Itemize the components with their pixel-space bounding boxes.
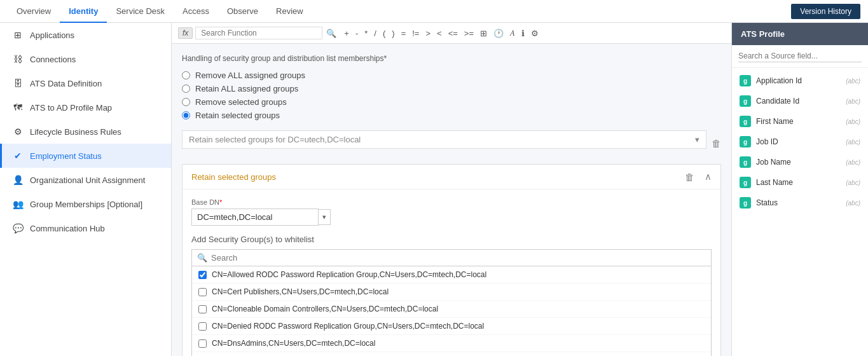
right-panel-search <box>732 45 868 68</box>
op-multiply[interactable]: * <box>363 29 369 38</box>
sidebar-item-lifecycle-business-rules[interactable]: ⚙ Lifecycle Business Rules <box>0 120 171 144</box>
op-clock[interactable]: 🕐 <box>492 29 505 38</box>
op-lte[interactable]: <= <box>447 29 459 38</box>
groups-search-input[interactable] <box>211 253 706 263</box>
group-checkbox-3[interactable] <box>198 322 207 331</box>
op-less[interactable]: < <box>436 29 443 38</box>
version-history-button[interactable]: Version History <box>791 4 860 19</box>
nav-review[interactable]: Review <box>267 0 312 23</box>
radio-group-handling: Remove ALL assigned groups Retain ALL as… <box>182 71 721 120</box>
radio-remove-selected-input[interactable] <box>182 98 190 106</box>
list-item[interactable]: CN=DnsUpdateProxy,CN=Users,DC=mtech,DC=l… <box>192 352 711 356</box>
chat-icon: 💬 <box>12 222 24 234</box>
add-groups-label: Add Security Group(s) to whitelist <box>191 235 712 244</box>
list-item[interactable]: g Status (abc) <box>732 193 868 213</box>
list-item[interactable]: CN=DnsAdmins,CN=Users,DC=mtech,DC=local <box>192 335 711 352</box>
search-formula-icon[interactable]: 🔍 <box>325 29 338 38</box>
op-not-equals[interactable]: != <box>411 29 420 38</box>
sidebar-item-group-memberships[interactable]: 👥 Group Memberships [Optional] <box>0 192 171 216</box>
list-item[interactable]: CN=Cloneable Domain Controllers,CN=Users… <box>192 301 711 318</box>
field-name: Job Name <box>756 158 841 167</box>
op-divide[interactable]: / <box>373 29 378 38</box>
radio-remove-selected[interactable]: Remove selected groups <box>182 97 721 107</box>
chevron-down-icon: ▾ <box>695 135 699 144</box>
select-arrow-icon: ▾ <box>319 209 331 225</box>
retain-dropdown[interactable]: Retain selected groups for DC=utech,DC=l… <box>182 130 706 149</box>
list-item[interactable]: g First Name (abc) <box>732 111 868 132</box>
base-dn-select[interactable]: DC=mtech,DC=local <box>191 209 319 226</box>
field-type: (abc) <box>846 139 860 146</box>
sidebar-item-ats-ad-profile-map[interactable]: 🗺 ATS to AD Profile Map <box>0 95 171 120</box>
collapse-retain-panel-button[interactable]: ∧ <box>705 171 712 182</box>
link-icon: ⛓ <box>12 53 24 65</box>
database-icon: 🗄 <box>12 78 24 89</box>
top-nav: Overview Identity Service Desk Access Ob… <box>0 0 868 23</box>
field-badge: g <box>740 177 751 188</box>
base-dn-row: DC=mtech,DC=local ▾ <box>191 209 712 226</box>
list-item[interactable]: g Job Name (abc) <box>732 152 868 172</box>
field-badge: g <box>740 116 751 127</box>
op-plus[interactable]: + <box>343 29 350 38</box>
op-grid[interactable]: ⊞ <box>479 29 488 38</box>
main-content-area: fx 🔍 + - * / ( ) = != > < <= >= ⊞ 🕐 𝐴 ℹ … <box>172 23 731 356</box>
fx-badge: fx <box>178 27 193 39</box>
right-panel-search-input[interactable] <box>738 50 862 62</box>
sidebar-item-communication-hub[interactable]: 💬 Communication Hub <box>0 216 171 240</box>
radio-retain-all-input[interactable] <box>182 85 190 93</box>
op-equals[interactable]: = <box>400 29 408 38</box>
rules-icon: ⚙ <box>12 126 24 137</box>
field-badge: g <box>740 156 751 168</box>
radio-remove-all-input[interactable] <box>182 71 190 79</box>
sidebar-item-employment-status[interactable]: ✔ Employment Status <box>0 144 171 168</box>
radio-retain-all[interactable]: Retain ALL assigned groups <box>182 84 721 93</box>
sidebar-item-connections[interactable]: ⛓ Connections <box>0 47 171 71</box>
list-item[interactable]: g Candidate Id (abc) <box>732 91 868 111</box>
list-item[interactable]: CN=Allowed RODC Password Replication Gro… <box>192 266 711 284</box>
delete-retain-button[interactable]: 🗑 <box>712 138 721 149</box>
right-panel: ATS Profile g Application Id (abc) g Can… <box>731 23 868 356</box>
op-settings[interactable]: ⚙ <box>530 29 540 38</box>
list-item[interactable]: CN=Cert Publishers,CN=Users,DC=mtech,DC=… <box>192 284 711 301</box>
formula-operators: + - * / ( ) = != > < <= >= ⊞ 🕐 𝐴 ℹ ⚙ <box>343 28 540 38</box>
nav-service-desk[interactable]: Service Desk <box>107 0 174 23</box>
field-type: (abc) <box>846 98 860 105</box>
list-item[interactable]: CN=Denied RODC Password Replication Grou… <box>192 318 711 335</box>
nav-access[interactable]: Access <box>174 0 218 23</box>
sidebar-item-applications[interactable]: ⊞ Applications <box>0 23 171 47</box>
group-checkbox-1[interactable] <box>198 288 207 296</box>
radio-remove-all[interactable]: Remove ALL assigned groups <box>182 71 721 80</box>
op-close-paren[interactable]: ) <box>390 29 396 38</box>
group-checkbox-0[interactable] <box>198 271 207 279</box>
sidebar-item-ats-data-definition[interactable]: 🗄 ATS Data Definition <box>0 71 171 95</box>
grid-icon: ⊞ <box>12 29 24 41</box>
delete-retain-panel-button[interactable]: 🗑 <box>685 172 694 182</box>
group-icon: 👥 <box>12 198 24 210</box>
group-checkbox-4[interactable] <box>198 339 207 348</box>
nav-overview[interactable]: Overview <box>8 0 60 23</box>
right-panel-header: ATS Profile <box>732 23 868 45</box>
op-open-paren[interactable]: ( <box>382 29 387 38</box>
sidebar-item-org-unit-assignment[interactable]: 👤 Organizational Unit Assignment <box>0 168 171 192</box>
list-item[interactable]: g Application Id (abc) <box>732 71 868 91</box>
person-icon: ✔ <box>12 150 24 161</box>
op-gte[interactable]: >= <box>463 29 475 38</box>
formula-search-input[interactable] <box>195 27 322 39</box>
retain-panel-header: Retain selected groups 🗑 ∧ <box>183 165 720 189</box>
op-greater[interactable]: > <box>424 29 432 38</box>
nav-observe[interactable]: Observe <box>218 0 267 23</box>
op-info[interactable]: ℹ <box>520 29 526 38</box>
op-minus[interactable]: - <box>354 29 359 38</box>
base-dn-label: Base DN* <box>191 198 712 206</box>
field-name: Application Id <box>756 76 841 85</box>
field-type: (abc) <box>846 159 860 166</box>
main-layout: ⊞ Applications ⛓ Connections 🗄 ATS Data … <box>0 23 868 356</box>
radio-retain-selected[interactable]: Retain selected groups <box>182 111 721 120</box>
group-checkbox-2[interactable] <box>198 305 207 313</box>
list-item[interactable]: g Job ID (abc) <box>732 132 868 152</box>
list-item[interactable]: g Last Name (abc) <box>732 172 868 193</box>
radio-retain-selected-input[interactable] <box>182 111 190 120</box>
op-font[interactable]: 𝐴 <box>509 28 516 38</box>
field-type: (abc) <box>846 118 860 125</box>
nav-identity[interactable]: Identity <box>60 0 107 23</box>
org-icon: 👤 <box>12 174 24 186</box>
